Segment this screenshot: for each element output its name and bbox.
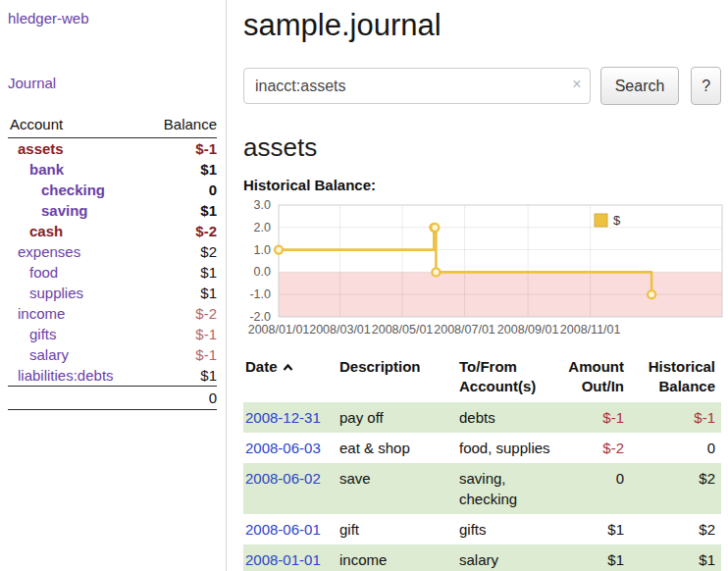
register-cell-date: 2008-12-31 — [243, 402, 338, 433]
account-balance: $1 — [145, 283, 217, 303]
register-header-balance: Historical Balance — [630, 354, 721, 402]
register-table: Date Description To/From Account(s) Amou… — [243, 354, 721, 571]
register-cell-amount: $1 — [559, 514, 630, 545]
register-cell-balance: 0 — [630, 433, 721, 463]
register-cell-balance: $1 — [630, 545, 721, 571]
account-balance: $-1 — [145, 344, 217, 365]
register-cell-balance: $2 — [630, 463, 721, 514]
account-balance: $-1 — [145, 324, 217, 344]
transaction-date-link[interactable]: 2008-06-01 — [245, 521, 321, 538]
account-row: saving$1 — [8, 200, 217, 221]
svg-text:2008/09/01: 2008/09/01 — [497, 323, 559, 337]
svg-text:2008/07/01: 2008/07/01 — [434, 323, 495, 337]
sidebar-account-salary[interactable]: salary — [8, 346, 69, 363]
sidebar-account-supplies[interactable]: supplies — [8, 285, 83, 301]
register-cell-balance: $-1 — [630, 402, 721, 433]
main-content: sample.journal × Search ? assets Histori… — [243, 0, 721, 571]
register-cell-account: gifts — [457, 514, 559, 545]
sidebar-account-bank[interactable]: bank — [8, 161, 64, 178]
account-balance: $1 — [145, 159, 217, 180]
account-row: assets$-1 — [8, 138, 217, 160]
account-balance: $1 — [145, 200, 217, 221]
sidebar-account-gifts[interactable]: gifts — [8, 326, 57, 342]
transaction-date-link[interactable]: 2008-12-31 — [245, 409, 321, 426]
clear-search-icon[interactable]: × — [572, 76, 581, 93]
app-title-link[interactable]: hledger-web — [8, 10, 89, 26]
register-row[interactable]: 2008-06-03eat & shopfood, supplies$-20 — [243, 433, 721, 463]
sidebar-account-food[interactable]: food — [8, 264, 58, 281]
page-title: sample.journal — [243, 8, 721, 43]
account-row: bank$1 — [8, 159, 217, 180]
account-row: food$1 — [8, 262, 217, 283]
register-cell-account: salary — [457, 545, 559, 571]
search-box: × — [243, 68, 591, 104]
accounts-header-row: Account Balance — [8, 114, 217, 138]
account-balance: $-1 — [145, 138, 217, 160]
register-cell-description: gift — [338, 514, 457, 545]
svg-text:-2.0: -2.0 — [249, 310, 271, 324]
account-row: gifts$-1 — [8, 324, 217, 344]
sidebar: hledger-web Journal Account Balance asse… — [0, 0, 227, 571]
sidebar-account-cash[interactable]: cash — [8, 223, 63, 239]
svg-text:2008/05/01: 2008/05/01 — [372, 323, 434, 337]
help-button[interactable]: ? — [691, 67, 721, 105]
register-row[interactable]: 2008-01-01incomesalary$1$1 — [243, 545, 721, 571]
sidebar-account-saving[interactable]: saving — [8, 202, 88, 219]
sidebar-account-income[interactable]: income — [8, 305, 65, 322]
account-balance: $-2 — [145, 303, 217, 324]
accounts-total-row: 0 — [8, 387, 217, 410]
account-row: liabilities:debts$1 — [8, 365, 217, 387]
search-button[interactable]: Search — [600, 67, 680, 105]
app-title: hledger-web — [8, 10, 217, 27]
svg-text:2008/11/01: 2008/11/01 — [560, 323, 621, 337]
svg-text:$: $ — [613, 213, 621, 228]
register-cell-account: saving, checking — [457, 463, 559, 514]
register-cell-date: 2008-06-01 — [243, 514, 338, 545]
sidebar-account-liabilities-debts[interactable]: liabilities:debts — [8, 367, 114, 384]
register-row[interactable]: 2008-06-02savesaving, checking0$2 — [243, 463, 721, 514]
register-header-account: To/From Account(s) — [457, 354, 559, 402]
date-header-label: Date — [245, 358, 278, 375]
account-balance: $1 — [145, 365, 217, 387]
transaction-date-link[interactable]: 2008-06-02 — [245, 470, 321, 487]
balance-chart: 3.02.01.00.0-1.0-2.02008/01/012008/03/01… — [243, 199, 724, 340]
search-input[interactable] — [243, 68, 591, 104]
search-form: × Search ? — [243, 67, 721, 105]
account-row: salary$-1 — [8, 344, 217, 365]
journal-nav: Journal — [8, 75, 217, 92]
account-row: expenses$2 — [8, 241, 217, 262]
transaction-date-link[interactable]: 2008-01-01 — [245, 551, 321, 568]
register-row[interactable]: 2008-12-31pay offdebts$-1$-1 — [243, 402, 721, 433]
register-cell-date: 2008-01-01 — [243, 545, 338, 571]
account-balance: $2 — [145, 241, 217, 262]
register-cell-amount: $1 — [559, 545, 630, 571]
register-header-date[interactable]: Date — [243, 354, 338, 402]
account-balance: 0 — [145, 180, 217, 200]
svg-text:0.0: 0.0 — [254, 265, 271, 279]
register-header-row: Date Description To/From Account(s) Amou… — [243, 354, 721, 402]
journal-link[interactable]: Journal — [8, 75, 56, 91]
svg-text:2008/03/01: 2008/03/01 — [309, 323, 371, 337]
register-cell-amount: $-2 — [559, 433, 630, 463]
sort-ascending-icon — [283, 357, 293, 377]
sidebar-account-assets[interactable]: assets — [8, 140, 64, 157]
register-cell-amount: 0 — [559, 463, 630, 514]
sidebar-account-checking[interactable]: checking — [8, 182, 105, 198]
register-header-description: Description — [338, 354, 457, 402]
register-cell-amount: $-1 — [559, 402, 630, 433]
accounts-total-spacer — [8, 387, 145, 410]
accounts-header-account: Account — [8, 114, 145, 138]
account-row: supplies$1 — [8, 283, 217, 303]
account-balance: $-2 — [145, 221, 217, 241]
register-cell-date: 2008-06-03 — [243, 433, 338, 463]
register-cell-description: pay off — [338, 402, 457, 433]
register-header-amount: Amount Out/In — [559, 354, 630, 402]
register-cell-description: save — [338, 463, 457, 514]
sidebar-account-expenses[interactable]: expenses — [8, 243, 80, 260]
register-cell-date: 2008-06-02 — [243, 463, 338, 514]
register-cell-description: eat & shop — [338, 433, 457, 463]
svg-text:1.0: 1.0 — [254, 243, 271, 257]
chart-title: Historical Balance: — [243, 177, 721, 193]
register-row[interactable]: 2008-06-01giftgifts$1$2 — [243, 514, 721, 545]
transaction-date-link[interactable]: 2008-06-03 — [245, 440, 321, 456]
